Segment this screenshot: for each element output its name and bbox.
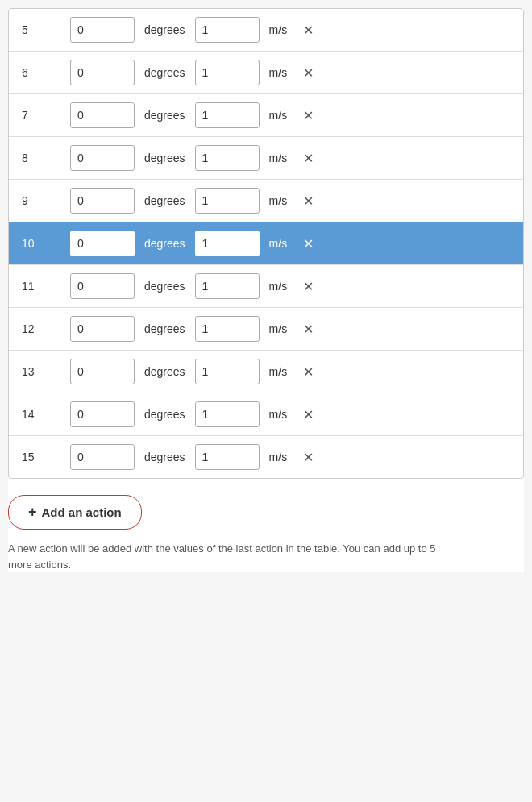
- row-content: degrees m/s ✕: [70, 444, 510, 470]
- add-action-button[interactable]: + Add an action: [8, 495, 142, 530]
- row-number: 14: [22, 408, 70, 421]
- main-container: 5 degrees m/s ✕ 6 degrees m/s ✕ 7 degree…: [8, 8, 524, 572]
- speed-unit: m/s: [269, 194, 288, 207]
- angle-input[interactable]: [70, 231, 135, 256]
- table-row: 9 degrees m/s ✕: [9, 180, 523, 222]
- speed-input[interactable]: [195, 444, 260, 470]
- speed-unit: m/s: [269, 66, 288, 79]
- table-row: 5 degrees m/s ✕: [9, 9, 523, 52]
- speed-unit: m/s: [269, 109, 288, 122]
- table-row: 7 degrees m/s ✕: [9, 94, 523, 137]
- row-number: 5: [22, 23, 70, 36]
- table-row: 13 degrees m/s ✕: [9, 351, 523, 393]
- row-number: 9: [22, 194, 70, 207]
- angle-input[interactable]: [70, 316, 135, 342]
- table-row: 11 degrees m/s ✕: [9, 265, 523, 308]
- angle-unit: degrees: [144, 23, 185, 36]
- row-content: degrees m/s ✕: [70, 102, 510, 128]
- speed-unit: m/s: [269, 451, 288, 463]
- speed-input[interactable]: [195, 60, 260, 85]
- row-content: degrees m/s ✕: [70, 401, 510, 427]
- row-number: 6: [22, 66, 70, 79]
- row-number: 11: [22, 280, 70, 293]
- row-number: 12: [22, 322, 70, 335]
- angle-unit: degrees: [144, 280, 185, 293]
- speed-input[interactable]: [195, 17, 260, 43]
- delete-button[interactable]: ✕: [300, 23, 317, 38]
- row-number: 7: [22, 109, 70, 122]
- speed-input[interactable]: [195, 188, 260, 214]
- row-number: 13: [22, 365, 70, 378]
- angle-unit: degrees: [144, 408, 185, 421]
- row-content: degrees m/s ✕: [70, 145, 510, 171]
- delete-button[interactable]: ✕: [300, 407, 317, 422]
- delete-button[interactable]: ✕: [300, 236, 317, 251]
- delete-button[interactable]: ✕: [300, 193, 317, 209]
- speed-input[interactable]: [195, 273, 260, 299]
- row-content: degrees m/s ✕: [70, 231, 510, 256]
- speed-unit: m/s: [269, 322, 288, 335]
- delete-button[interactable]: ✕: [300, 108, 317, 123]
- angle-unit: degrees: [144, 237, 185, 250]
- speed-input[interactable]: [195, 316, 260, 342]
- angle-input[interactable]: [70, 188, 135, 214]
- table-row: 15 degrees m/s ✕: [9, 436, 523, 478]
- angle-input[interactable]: [70, 444, 135, 470]
- speed-input[interactable]: [195, 145, 260, 171]
- angle-input[interactable]: [70, 17, 135, 43]
- row-number: 15: [22, 451, 70, 463]
- angle-unit: degrees: [144, 451, 185, 463]
- row-content: degrees m/s ✕: [70, 188, 510, 214]
- row-content: degrees m/s ✕: [70, 273, 510, 299]
- delete-button[interactable]: ✕: [300, 279, 317, 294]
- angle-input[interactable]: [70, 60, 135, 85]
- angle-input[interactable]: [70, 359, 135, 384]
- angle-input[interactable]: [70, 273, 135, 299]
- add-action-label: Add an action: [42, 505, 122, 519]
- speed-input[interactable]: [195, 102, 260, 128]
- speed-unit: m/s: [269, 237, 288, 250]
- row-number: 10: [22, 237, 70, 250]
- speed-unit: m/s: [269, 23, 288, 36]
- plus-icon: +: [28, 504, 37, 521]
- actions-table: 5 degrees m/s ✕ 6 degrees m/s ✕ 7 degree…: [8, 8, 524, 479]
- angle-unit: degrees: [144, 66, 185, 79]
- table-row: 12 degrees m/s ✕: [9, 308, 523, 351]
- delete-button[interactable]: ✕: [300, 450, 317, 465]
- table-row: 14 degrees m/s ✕: [9, 393, 523, 436]
- angle-unit: degrees: [144, 322, 185, 335]
- angle-input[interactable]: [70, 401, 135, 427]
- row-number: 8: [22, 152, 70, 164]
- speed-unit: m/s: [269, 152, 288, 164]
- angle-unit: degrees: [144, 365, 185, 378]
- speed-input[interactable]: [195, 401, 260, 427]
- delete-button[interactable]: ✕: [300, 151, 317, 166]
- speed-unit: m/s: [269, 365, 288, 378]
- table-row: 8 degrees m/s ✕: [9, 137, 523, 180]
- angle-unit: degrees: [144, 152, 185, 164]
- speed-unit: m/s: [269, 408, 288, 421]
- speed-input[interactable]: [195, 231, 260, 256]
- table-row: 6 degrees m/s ✕: [9, 52, 523, 94]
- delete-button[interactable]: ✕: [300, 322, 317, 337]
- hint-text: A new action will be added with the valu…: [8, 541, 443, 572]
- table-row: 10 degrees m/s ✕: [9, 222, 523, 265]
- angle-unit: degrees: [144, 194, 185, 207]
- delete-button[interactable]: ✕: [300, 65, 317, 81]
- row-content: degrees m/s ✕: [70, 359, 510, 384]
- row-content: degrees m/s ✕: [70, 316, 510, 342]
- angle-input[interactable]: [70, 102, 135, 128]
- row-content: degrees m/s ✕: [70, 17, 510, 43]
- speed-unit: m/s: [269, 280, 288, 293]
- delete-button[interactable]: ✕: [300, 364, 317, 380]
- angle-input[interactable]: [70, 145, 135, 171]
- angle-unit: degrees: [144, 109, 185, 122]
- speed-input[interactable]: [195, 359, 260, 384]
- row-content: degrees m/s ✕: [70, 60, 510, 85]
